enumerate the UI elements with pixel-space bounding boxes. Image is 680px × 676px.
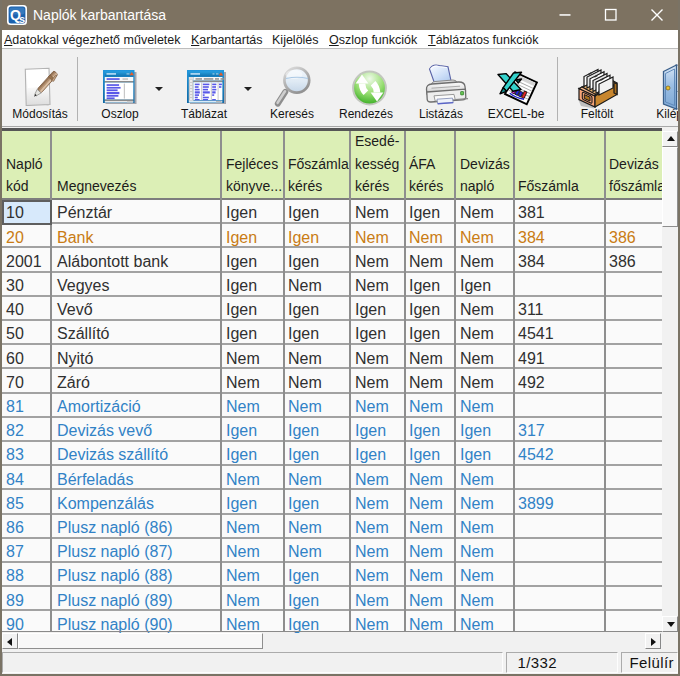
- svg-text:s: s: [19, 13, 25, 25]
